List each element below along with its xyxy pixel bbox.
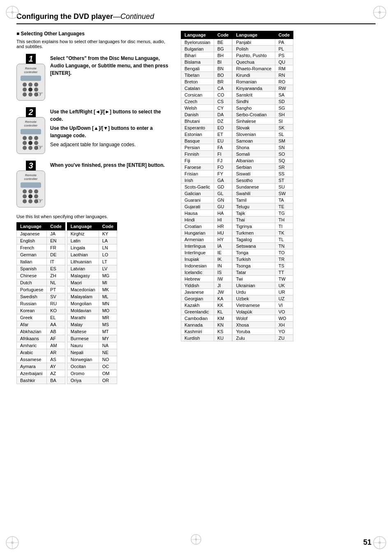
table-row: JavaneseJW (181, 289, 232, 295)
table-row: SlovakSK (233, 124, 293, 131)
step-2-controller: 2 Remotecontroller ☞ (16, 107, 45, 154)
table-row: UrduUR (233, 289, 293, 295)
table-row: ArabicAR (17, 349, 65, 356)
table-row: KurdishKU (181, 335, 232, 341)
table-row: SpanishES (17, 265, 65, 272)
section-description: This section explains how to select othe… (16, 39, 173, 49)
table-row: TigrinyaTI (233, 223, 293, 230)
table-row: NorwegianNO (67, 356, 117, 363)
step-1-number: 1 (26, 54, 36, 64)
table-row: EnglishEN (17, 237, 65, 244)
step-3: 3 Remotecontroller ☞ (16, 161, 173, 207)
table-row: BulgarianBG (181, 46, 232, 52)
table-row: GuaraniGN (181, 197, 232, 203)
section-header: Selecting Other Languages (16, 31, 173, 37)
step-2-remote-label: Remotecontroller (24, 120, 38, 127)
table-row: TajikTG (233, 210, 293, 216)
table-row: QuechuaQU (233, 59, 293, 65)
table-row: DanishDA (181, 111, 232, 118)
page-title: Configuring the DVD player—Continued (16, 12, 376, 24)
table-row: InterlinguaIA (181, 243, 232, 249)
table-row: HausaHA (181, 210, 232, 216)
table-row: HungarianHU (181, 230, 232, 236)
table-row: SundaneseSU (233, 184, 293, 190)
table-row: LaothianLO (67, 251, 117, 258)
col-code-r1: Code (214, 31, 232, 39)
table-row: SanghoSG (233, 105, 293, 111)
table-row: CzechCS (181, 98, 232, 105)
step-2-text2: Use the Up/Down [▲]/[▼] buttons to enter… (50, 124, 173, 139)
table-row: AzerbaijaniAZ (17, 370, 65, 377)
table-row: BengaliBN (181, 65, 232, 72)
table-row: SinhaleseSI (233, 118, 293, 124)
table-row: AymaraAY (17, 363, 65, 370)
table-row: KashmiriKS (181, 328, 232, 335)
table-row: Pashto, PushtoPS (233, 52, 293, 59)
table-row: AlbanianSQ (233, 157, 293, 164)
table-row: KoreanKO (17, 307, 65, 314)
table-row: TsongaTS (233, 263, 293, 269)
table-row: AbkhazianAB (17, 328, 65, 335)
right-tables-container: Language Code ByelorussianBEBulgarianBGB… (181, 31, 376, 341)
step-2-text3: See adjacent table for language codes. (50, 141, 173, 148)
table-row: LatvianLV (67, 265, 117, 272)
table-row: KinyarwandaRW (233, 85, 293, 92)
table-row: MacedonianMK (67, 286, 117, 293)
table-row: SindhiSD (233, 98, 293, 105)
table-row: WelshCY (181, 105, 232, 111)
table-row: PersianFA (181, 144, 232, 151)
right-column: Language Code ByelorussianBEBulgarianBGB… (181, 31, 376, 384)
table-row: Serbo-CroatianSH (233, 111, 293, 118)
page-number: 51 (363, 538, 371, 547)
use-list-text: Use this list when specifying other lang… (16, 214, 173, 219)
table-row: OccitanOC (67, 363, 117, 370)
lang-table-2: Language Code KirghizKYLatinLALingalaLNL… (67, 222, 117, 384)
table-row: TatarTT (233, 269, 293, 276)
table-row: WolofWO (233, 315, 293, 322)
step-1-text: Select "Others" from the Disc Menu Langu… (50, 55, 173, 77)
table-row: SetswanaTN (233, 243, 293, 249)
table-row: VietnameseVI (233, 302, 293, 309)
remote-screen-3 (21, 182, 41, 188)
table-row: GalicianGL (181, 190, 232, 197)
table-row: MalayalamML (67, 293, 117, 300)
table-row: RomanianRO (233, 78, 293, 85)
table-row: GreenlandicKL (181, 309, 232, 315)
remote-screen-2 (21, 129, 41, 134)
table-row: SomaliSO (233, 151, 293, 157)
table-row: SamoanSM (233, 138, 293, 144)
table-row: ItalianIT (17, 258, 65, 265)
table-row: BurmeseMY (67, 335, 117, 342)
table-row: ZuluZU (233, 335, 293, 341)
table-row: YiddishJI (181, 282, 232, 289)
table-row: OriyaOR (67, 377, 117, 384)
table-row: EsperantoEO (181, 124, 232, 131)
bottom-center-decoration (190, 533, 202, 547)
table-row: ArmenianHY (181, 236, 232, 243)
col-code-r2: Code (275, 31, 293, 39)
step-2-number: 2 (26, 107, 36, 117)
table-row: VolapükVO (233, 309, 293, 315)
table-row: TwiTW (233, 276, 293, 282)
table-row: IrishGA (181, 177, 232, 184)
table-row: BislamaBI (181, 59, 232, 65)
table-row: FaroeseFO (181, 164, 232, 170)
lang-table-right-2: Language Code PanjabiPAPolishPLPashto, P… (232, 31, 293, 341)
table-row: FinnishFI (181, 151, 232, 157)
lang-table-1: Language Code JapaneseJAEnglishENFrenchF… (16, 222, 65, 384)
table-row: ByelorussianBE (181, 39, 232, 46)
table-row: SanskritSA (233, 92, 293, 98)
table-row: MalayMS (67, 321, 117, 328)
step-2-content: Use the Left/Right [◄]/[►] buttons to se… (50, 107, 173, 150)
table-row: TurkmenTK (233, 230, 293, 236)
table-row: BretonBR (181, 78, 232, 85)
lang-table-right-1: Language Code ByelorussianBEBulgarianBGB… (181, 31, 232, 341)
table-row: BihariBH (181, 52, 232, 59)
step-2: 2 Remotecontroller ☞ (16, 107, 173, 154)
table-row: AmharicAM (17, 342, 65, 349)
col-language-r2: Language (233, 31, 275, 39)
table-row: UkrainianUK (233, 282, 293, 289)
table-row: SwahiliSW (233, 190, 293, 197)
table-row: FrenchFR (17, 244, 65, 251)
table-row: AfrikaansAF (17, 335, 65, 342)
